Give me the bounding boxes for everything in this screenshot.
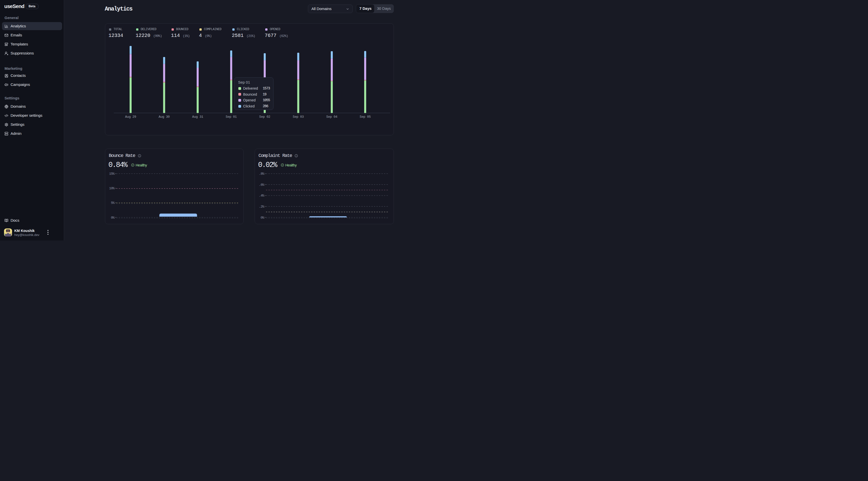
svg-text:15%: 15% xyxy=(109,172,115,176)
svg-text:0%: 0% xyxy=(111,216,115,220)
svg-text:10%: 10% xyxy=(109,187,115,190)
svg-text:Sep 01: Sep 01 xyxy=(226,115,237,119)
svg-text:Sep 04: Sep 04 xyxy=(326,115,338,119)
svg-text:Sep 05: Sep 05 xyxy=(360,115,371,119)
svg-text:.2%: .2% xyxy=(259,205,265,209)
svg-text:.8%: .8% xyxy=(259,172,265,176)
svg-text:5%: 5% xyxy=(111,201,115,205)
svg-text:.6%: .6% xyxy=(259,183,265,187)
svg-text:Sep 03: Sep 03 xyxy=(293,115,304,119)
svg-text:.4%: .4% xyxy=(259,194,265,198)
svg-text:0%: 0% xyxy=(260,216,264,220)
svg-text:Sep 02: Sep 02 xyxy=(259,115,270,119)
svg-text:Aug 31: Aug 31 xyxy=(192,115,204,119)
svg-text:Aug 29: Aug 29 xyxy=(125,115,136,119)
svg-text:Aug 30: Aug 30 xyxy=(159,115,170,119)
